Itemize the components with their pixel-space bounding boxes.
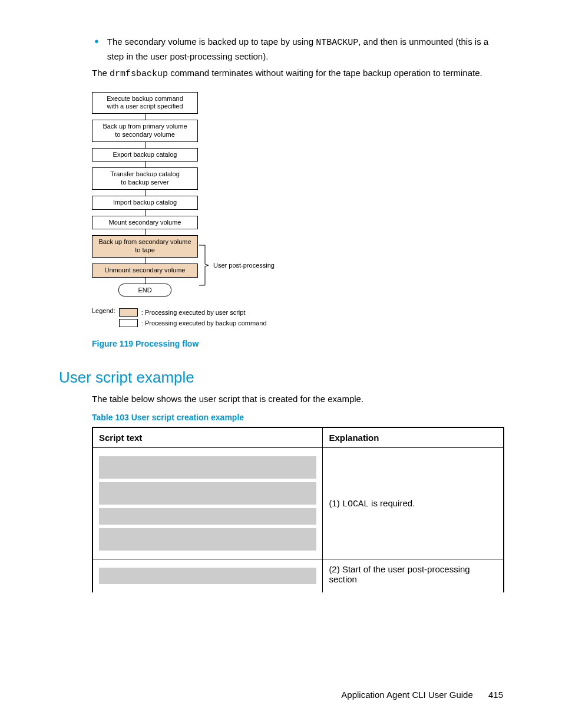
section-heading: User script example (59, 368, 503, 387)
page-footer: Application Agent CLI User Guide 415 (341, 690, 503, 700)
flow-box-execute: Execute backup commandwith a user script… (92, 92, 198, 114)
code-text: drmfsbackup (110, 69, 168, 79)
legend-text: : Processing executed by user script (141, 309, 246, 316)
code-text: NTBACKUP (316, 38, 358, 48)
table-header-row: Script text Explanation (92, 427, 504, 448)
table-row: (2) Start of the user post-processing se… (92, 559, 504, 593)
text: (1) (329, 498, 342, 508)
figure-caption: Figure 119 Processing flow (92, 339, 503, 348)
legend-row: : Processing executed by user script (119, 307, 267, 318)
bullet-text: The secondary volume is backed up to tap… (107, 35, 503, 63)
bracket-icon (199, 244, 210, 286)
code-block (99, 482, 316, 505)
table-row: (1) LOCAL is required. (92, 448, 504, 559)
script-table: Script text Explanation (1) LOCAL is req… (92, 427, 504, 592)
table-cell-script (92, 559, 323, 593)
section-intro: The table below shows the user script th… (92, 393, 503, 406)
legend-swatch-plain (119, 319, 138, 327)
code-block (99, 568, 316, 584)
flowchart: Execute backup commandwith a user script… (92, 92, 503, 328)
flow-box-transfer: Transfer backup catalogto backup server (92, 167, 198, 190)
table-caption: Table 103 User script creation example (92, 413, 503, 422)
flow-box-import: Import backup catalog (92, 196, 198, 210)
flow-box-mount: Mount secondary volume (92, 216, 198, 230)
text: command terminates without waiting for t… (168, 68, 482, 78)
code-block (99, 456, 316, 479)
code-text: LOCAL (342, 499, 369, 509)
legend: Legend: : Processing executed by user sc… (92, 307, 503, 328)
flow-box-backup-primary: Back up from primary volumeto secondary … (92, 120, 198, 142)
page-number: 415 (488, 690, 503, 700)
text: The secondary volume is backed up to tap… (107, 37, 316, 47)
flow-box-end: END (118, 284, 171, 297)
bullet-dot: ● (94, 35, 99, 63)
bullet-item: ● The secondary volume is backed up to t… (94, 35, 503, 63)
flow-box-backup-tape: Back up from secondary volumeto tape (92, 235, 198, 258)
bracket-label: User post-processing (213, 262, 275, 269)
table-cell-explanation: (1) LOCAL is required. (323, 448, 504, 559)
code-block (99, 528, 316, 551)
table-cell-script (92, 448, 323, 559)
footer-title: Application Agent CLI User Guide (341, 690, 472, 700)
text: The (92, 68, 110, 78)
text: is required. (369, 498, 415, 508)
flow-box-export: Export backup catalog (92, 148, 198, 162)
table-cell-explanation: (2) Start of the user post-processing se… (323, 559, 504, 593)
legend-text: : Processing executed by backup command (141, 319, 267, 327)
code-block (99, 508, 316, 525)
legend-row: : Processing executed by backup command (119, 318, 267, 328)
table-header-script: Script text (92, 427, 323, 448)
legend-swatch-shaded (119, 308, 138, 317)
table-header-explanation: Explanation (323, 427, 504, 448)
legend-title: Legend: (92, 307, 115, 314)
flow-box-unmount: Unmount secondary volume (92, 263, 198, 278)
paragraph: The drmfsbackup command terminates witho… (92, 67, 503, 81)
